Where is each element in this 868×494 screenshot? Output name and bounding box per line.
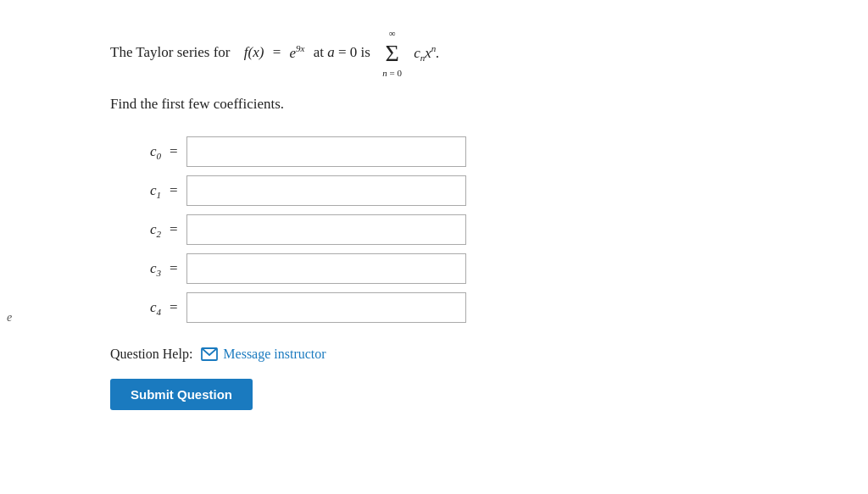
coeff-row-c2: c2 =	[110, 214, 766, 245]
sigma-notation: ∞ Σ n = 0	[382, 25, 402, 80]
coeff-label-c4: c4	[110, 299, 170, 317]
equals1: =	[269, 41, 284, 65]
sigma-term: cnxn.	[410, 41, 440, 66]
sigma-symbol: Σ	[385, 42, 398, 65]
question-help-section: Question Help: Message instructor	[110, 347, 766, 362]
coeff-equals-c2: =	[170, 221, 178, 238]
question-help-label: Question Help:	[110, 347, 192, 362]
coeff-row-c0: c0 =	[110, 136, 766, 167]
intro-text: The Taylor series for	[110, 41, 231, 65]
envelope-icon	[201, 347, 218, 361]
left-edge-label: e	[7, 311, 12, 325]
question-text: The Taylor series for f(x) = e9x at a = …	[110, 25, 766, 80]
message-instructor-link[interactable]: Message instructor	[201, 347, 326, 362]
coeff-label-c0: c0	[110, 143, 170, 161]
coeff-input-c3[interactable]	[186, 253, 466, 284]
coeff-input-c1[interactable]	[186, 175, 466, 206]
function-notation: f(x)	[244, 41, 264, 65]
coeff-input-c4[interactable]	[186, 292, 466, 323]
coeff-equals-c1: =	[170, 182, 178, 199]
coeff-input-c0[interactable]	[186, 136, 466, 167]
function-value: e9x	[290, 41, 305, 66]
sigma-top: ∞	[389, 25, 396, 42]
coeff-equals-c3: =	[170, 260, 178, 277]
math-line: The Taylor series for f(x) = e9x at a = …	[110, 25, 766, 80]
coeff-input-c2[interactable]	[186, 214, 466, 245]
coeff-row-c3: c3 =	[110, 253, 766, 284]
coeff-equals-c4: =	[170, 299, 178, 316]
coeff-label-c1: c1	[110, 182, 170, 200]
sigma-bottom: n = 0	[382, 65, 402, 81]
coeff-row-c4: c4 =	[110, 292, 766, 323]
coeff-label-c2: c2	[110, 221, 170, 239]
find-text: Find the first few coefficients.	[110, 96, 766, 113]
message-instructor-text: Message instructor	[223, 347, 326, 362]
coeff-equals-c0: =	[170, 143, 178, 160]
submit-button[interactable]: Submit Question	[110, 379, 253, 410]
coeff-row-c1: c1 =	[110, 175, 766, 206]
coeff-label-c3: c3	[110, 260, 170, 278]
coefficients-section: c0 = c1 = c2 = c3 = c4 =	[110, 136, 766, 323]
submit-label: Submit Question	[131, 387, 232, 402]
page-wrapper: e The Taylor series for f(x) = e9x at a …	[0, 0, 868, 494]
at-a-text: at a = 0 is	[309, 41, 374, 65]
